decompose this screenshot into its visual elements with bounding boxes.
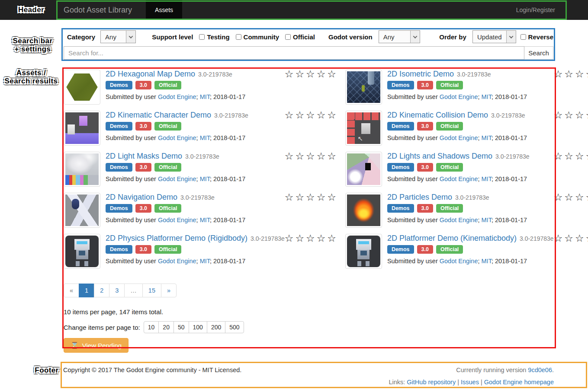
page-size-20[interactable]: 20 — [158, 321, 174, 333]
license-link[interactable]: MIT — [482, 217, 492, 223]
github-repository-link[interactable]: GitHub repository — [407, 379, 456, 386]
godot-version-badge[interactable]: 3.0 — [417, 245, 433, 254]
author-link[interactable]: Godot Engine — [440, 93, 478, 100]
asset-title-link[interactable]: 2D Hexagonal Map Demo — [106, 70, 195, 79]
page-size-10[interactable]: 10 — [144, 321, 159, 333]
category-badge[interactable]: Demos — [106, 204, 132, 213]
asset-title-link[interactable]: 2D Platformer Demo (Kinematicbody) — [387, 234, 517, 243]
page-1[interactable]: 1 — [79, 284, 94, 297]
support-level-badge[interactable]: Official — [154, 122, 181, 131]
category-badge[interactable]: Demos — [106, 163, 132, 172]
license-link[interactable]: MIT — [200, 134, 210, 141]
license-link[interactable]: MIT — [200, 258, 210, 265]
godot-version-badge[interactable]: 3.0 — [417, 204, 433, 213]
search-input[interactable] — [64, 46, 524, 60]
category-badge[interactable]: Demos — [106, 81, 132, 89]
godot-version-select[interactable]: Any — [379, 30, 421, 43]
testing-checkbox[interactable] — [199, 34, 205, 40]
support-level-badge[interactable]: Official — [436, 81, 463, 89]
godot-version-badge[interactable]: 3.0 — [417, 81, 433, 89]
godot-homepage-link[interactable]: Godot Engine homepage — [484, 379, 554, 386]
page-2[interactable]: 2 — [94, 284, 109, 297]
asset-title-link[interactable]: 2D Lights and Shadows Demo — [387, 152, 492, 161]
community-checkbox[interactable] — [236, 34, 241, 40]
brand-link[interactable]: Godot Asset Library — [58, 6, 138, 15]
category-badge[interactable]: Demos — [387, 245, 414, 254]
order-by-select[interactable]: Updated — [472, 30, 516, 43]
support-level-badge[interactable]: Official — [154, 163, 181, 172]
asset-thumbnail[interactable] — [345, 152, 382, 187]
support-level-badge[interactable]: Official — [154, 204, 181, 213]
category-badge[interactable]: Demos — [387, 122, 414, 131]
tab-assets[interactable]: Assets — [146, 0, 182, 20]
asset-thumbnail[interactable] — [345, 193, 382, 228]
license-link[interactable]: MIT — [482, 175, 492, 182]
asset-thumbnail[interactable] — [345, 70, 382, 105]
support-testing-option[interactable]: Testing — [199, 33, 229, 41]
author-link[interactable]: Godot Engine — [440, 175, 478, 182]
login-register-link[interactable]: Login/Register — [516, 0, 555, 20]
asset-thumbnail[interactable] — [345, 111, 382, 146]
license-link[interactable]: MIT — [482, 258, 492, 265]
support-community-option[interactable]: Community — [236, 33, 280, 41]
godot-version-badge[interactable]: 3.0 — [135, 204, 151, 213]
asset-thumbnail[interactable] — [64, 152, 100, 187]
page-size-100[interactable]: 100 — [189, 321, 207, 333]
official-checkbox[interactable] — [285, 34, 291, 40]
asset-title-link[interactable]: 2D Physics Platformer Demo (Rigidbody) — [106, 234, 247, 243]
support-level-badge[interactable]: Official — [436, 163, 463, 172]
category-badge[interactable]: Demos — [106, 245, 132, 254]
support-level-badge[interactable]: Official — [154, 245, 181, 254]
author-link[interactable]: Godot Engine — [158, 258, 196, 265]
category-badge[interactable]: Demos — [387, 81, 414, 89]
license-link[interactable]: MIT — [200, 93, 210, 100]
godot-version-badge[interactable]: 3.0 — [135, 245, 151, 254]
version-link[interactable]: 9cd0e06 — [528, 367, 552, 373]
asset-title-link[interactable]: 2D Light Masks Demo — [106, 152, 182, 161]
author-link[interactable]: Godot Engine — [158, 175, 196, 182]
search-button[interactable]: Search — [524, 46, 553, 60]
asset-thumbnail[interactable] — [64, 193, 100, 228]
page-size-500[interactable]: 500 — [225, 321, 244, 333]
support-level-badge[interactable]: Official — [436, 204, 463, 213]
reverse-option[interactable]: Reverse — [521, 33, 553, 41]
asset-title-link[interactable]: 2D Navigation Demo — [106, 193, 177, 202]
support-official-option[interactable]: Official — [285, 33, 315, 41]
godot-version-badge[interactable]: 3.0 — [417, 163, 433, 172]
godot-version-badge[interactable]: 3.0 — [135, 81, 151, 89]
author-link[interactable]: Godot Engine — [440, 258, 478, 265]
godot-version-badge[interactable]: 3.0 — [417, 122, 433, 131]
author-link[interactable]: Godot Engine — [158, 217, 196, 223]
author-link[interactable]: Godot Engine — [158, 134, 196, 141]
page-15[interactable]: 15 — [142, 284, 161, 297]
category-select[interactable]: Any — [100, 30, 136, 43]
page-next[interactable]: » — [161, 284, 177, 297]
asset-title-link[interactable]: 2D Particles Demo — [387, 193, 452, 202]
asset-thumbnail[interactable] — [64, 70, 100, 105]
issues-link[interactable]: Issues — [461, 379, 479, 386]
license-link[interactable]: MIT — [200, 217, 210, 223]
category-badge[interactable]: Demos — [387, 204, 414, 213]
license-link[interactable]: MIT — [200, 175, 210, 182]
asset-title-link[interactable]: 2D Isometric Demo — [387, 70, 454, 79]
license-link[interactable]: MIT — [482, 93, 492, 100]
asset-thumbnail[interactable] — [345, 234, 382, 269]
godot-version-badge[interactable]: 3.0 — [135, 163, 151, 172]
godot-version-badge[interactable]: 3.0 — [135, 122, 151, 131]
reverse-checkbox[interactable] — [521, 34, 526, 40]
category-badge[interactable]: Demos — [387, 163, 414, 172]
support-level-badge[interactable]: Official — [436, 122, 463, 131]
author-link[interactable]: Godot Engine — [440, 134, 478, 141]
author-link[interactable]: Godot Engine — [158, 93, 196, 100]
asset-title-link[interactable]: 2D Kinematic Collision Demo — [387, 111, 488, 120]
license-link[interactable]: MIT — [482, 134, 492, 141]
category-badge[interactable]: Demos — [106, 122, 132, 131]
support-level-badge[interactable]: Official — [154, 81, 181, 89]
page-3[interactable]: 3 — [109, 284, 125, 297]
author-link[interactable]: Godot Engine — [440, 217, 478, 223]
asset-title-link[interactable]: 2D Kinematic Character Demo — [106, 111, 211, 120]
asset-thumbnail[interactable] — [64, 111, 100, 146]
support-level-badge[interactable]: Official — [436, 245, 463, 254]
page-size-50[interactable]: 50 — [174, 321, 189, 333]
page-size-200[interactable]: 200 — [207, 321, 225, 333]
